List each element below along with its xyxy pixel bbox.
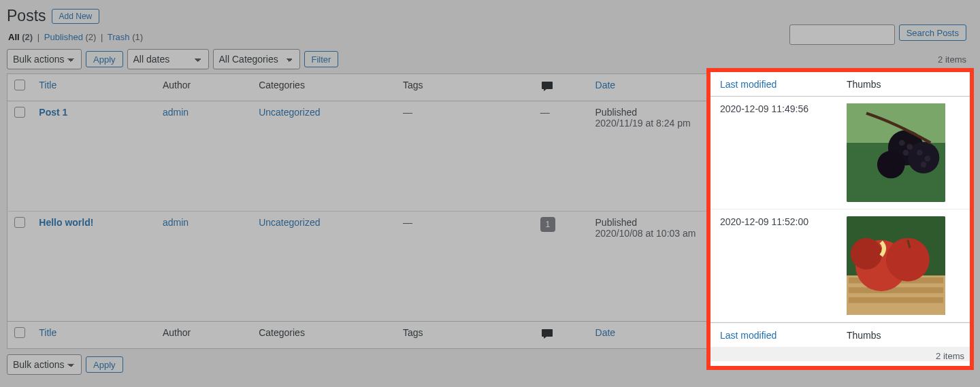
search-input[interactable] [789,24,895,45]
col-categories-foot: Categories [252,322,396,349]
hw-col-last-modified[interactable]: Last modified [710,79,847,90]
svg-point-24 [899,140,905,146]
col-comments[interactable] [534,74,589,101]
tags-cell: — [403,107,412,118]
view-all[interactable]: All (2) [8,32,33,42]
svg-point-36 [886,238,930,282]
filter-button[interactable]: Filter [304,51,339,67]
col-author-foot: Author [156,322,252,349]
hw-items-count: 2 items [710,347,970,361]
hw-last-modified: 2020-12-09 11:52:00 [710,216,847,315]
svg-point-37 [851,238,882,269]
col-date[interactable]: Date [589,74,726,101]
hw-col-last-modified-foot[interactable]: Last modified [710,330,847,341]
comment-icon [540,327,554,343]
svg-point-23 [877,151,905,179]
category-link[interactable]: Uncategorized [259,217,320,228]
col-tags-foot: Tags [396,322,534,349]
items-count-top: 2 items [938,54,966,65]
svg-point-29 [921,162,927,168]
post-title-link[interactable]: Hello world! [39,217,93,228]
bulk-actions-select[interactable]: Bulk actions [7,49,82,69]
status: Published [595,217,719,228]
hw-col-thumbs: Thumbs [847,79,970,90]
select-all-top[interactable] [14,80,25,90]
col-title[interactable]: Title [32,74,156,101]
view-trash[interactable]: Trash (1) [108,32,143,42]
thumbnail[interactable] [847,216,945,315]
row-checkbox[interactable] [14,107,25,118]
svg-point-25 [906,144,913,150]
page-title: Posts [7,7,46,25]
col-comments-foot[interactable] [534,322,589,349]
svg-point-28 [925,156,931,162]
svg-rect-34 [849,297,943,303]
hw-col-thumbs-foot: Thumbs [847,330,970,341]
svg-rect-33 [849,287,943,293]
category-link[interactable]: Uncategorized [259,107,320,118]
select-all-bottom[interactable] [14,327,25,338]
add-new-button[interactable]: Add New [52,9,100,24]
post-title-link[interactable]: Post 1 [39,107,67,118]
col-author: Author [156,74,252,101]
status: Published [595,107,719,118]
comments-badge[interactable]: 1 [540,217,555,232]
date: 2020/11/19 at 8:24 pm [595,118,719,129]
col-categories: Categories [252,74,396,101]
bulk-actions-select-bottom[interactable]: Bulk actions [7,354,82,375]
author-link[interactable]: admin [163,217,189,228]
apply-button-top[interactable]: Apply [86,51,123,67]
svg-point-26 [903,150,909,156]
search-posts-button[interactable]: Search Posts [899,24,966,41]
dates-select[interactable]: All dates [127,49,209,69]
author-link[interactable]: admin [163,107,189,118]
comments-cell: — [540,107,550,118]
col-tags: Tags [396,74,534,101]
svg-point-27 [917,150,923,156]
highlight-window: Last modified Thumbs 2020-12-09 11:49:56… [710,72,970,366]
col-title-foot[interactable]: Title [32,322,156,349]
col-date-foot[interactable]: Date [589,322,726,349]
view-published[interactable]: Published (2) [44,32,97,42]
comment-icon [540,80,554,95]
tags-cell: — [403,217,412,228]
apply-button-bottom[interactable]: Apply [86,356,123,373]
hw-last-modified: 2020-12-09 11:49:56 [710,103,847,202]
row-checkbox[interactable] [14,217,25,228]
date: 2020/10/08 at 10:03 am [595,228,719,239]
categories-select[interactable]: All Categories [213,49,300,69]
thumbnail[interactable] [847,103,945,202]
